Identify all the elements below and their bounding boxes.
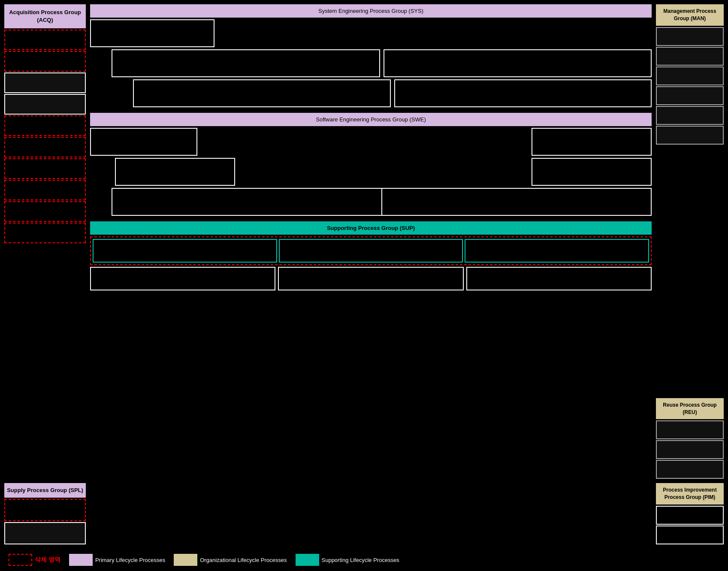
pim-header: Process Improvement Process Group (PIM): [656, 483, 724, 505]
acq-box-1: [4, 30, 86, 50]
sys-box-1: [90, 19, 214, 47]
man-box-1: [656, 27, 724, 46]
acq-box-3: [4, 73, 86, 93]
reu-box-2: [656, 440, 724, 459]
sys-box-2: [112, 49, 380, 77]
acq-box-9: [4, 201, 86, 222]
legend-primary-label: Primary Lifecycle Processes: [95, 557, 165, 563]
legend-supporting: Supporting Lifecycle Processes: [296, 554, 399, 566]
swe-box-6: [382, 188, 652, 216]
acq-header: Acquisition Process Group (ACQ): [4, 4, 86, 28]
reu-box-3: [656, 460, 724, 479]
legend-deleted-label: 삭제 영역: [35, 556, 60, 564]
man-box-4: [656, 86, 724, 105]
legend: 삭제 영역 Primary Lifecycle Processes Organi…: [0, 549, 728, 571]
left-column: Acquisition Process Group (ACQ) Supply P…: [4, 4, 86, 545]
sys-box-3: [384, 49, 652, 77]
acq-box-5: [4, 115, 86, 136]
spl-box-1: [4, 499, 86, 521]
legend-supporting-label: Supporting Lifecycle Processes: [322, 557, 399, 563]
legend-deleted: 삭제 영역: [9, 554, 60, 566]
acq-box-2: [4, 51, 86, 72]
swe-box-4: [532, 158, 652, 186]
sys-box-5: [394, 79, 652, 107]
middle-column: System Engineering Process Group (SYS): [88, 4, 654, 545]
legend-tan-box: [174, 554, 197, 566]
sup-teal-box-1: [93, 239, 277, 263]
reu-header: Reuse Process Group (REU): [656, 398, 724, 420]
sys-group: System Engineering Process Group (SYS): [90, 4, 652, 109]
legend-dashed-box: [9, 554, 32, 566]
acq-box-7: [4, 158, 86, 179]
spl-box-2: [4, 522, 86, 544]
reu-box-1: [656, 420, 724, 439]
pim-box-1: [656, 506, 724, 525]
sup-teal-box-2: [279, 239, 463, 263]
man-box-6: [656, 126, 724, 145]
swe-box-3: [115, 158, 235, 186]
acq-box-4: [4, 94, 86, 115]
right-column: Management Process Group (MAN) Reuse Pro…: [656, 4, 724, 545]
sup-white-box-1: [90, 267, 275, 290]
swe-header: Software Engineering Process Group (SWE): [90, 113, 652, 126]
spl-header: Supply Process Group (SPL): [4, 483, 86, 498]
man-header: Management Process Group (MAN): [656, 4, 724, 26]
acq-box-8: [4, 180, 86, 200]
pim-box-2: [656, 526, 724, 544]
acq-box-6: [4, 137, 86, 157]
man-box-2: [656, 47, 724, 66]
swe-box-1: [90, 128, 197, 156]
sup-white-box-2: [278, 267, 463, 290]
sup-white-box-3: [466, 267, 652, 290]
man-box-3: [656, 66, 724, 85]
legend-organizational: Organizational Lifecycle Processes: [174, 554, 287, 566]
legend-primary: Primary Lifecycle Processes: [69, 554, 165, 566]
acq-box-10: [4, 223, 86, 243]
swe-box-5: [112, 188, 382, 216]
sup-group: Supporting Process Group (SUP): [90, 221, 652, 292]
sup-solid-row: [90, 267, 652, 290]
sys-box-4: [133, 79, 391, 107]
sup-dashed-row: [90, 236, 652, 265]
legend-lavender-box: [69, 554, 93, 566]
man-box-5: [656, 106, 724, 125]
sys-header: System Engineering Process Group (SYS): [90, 4, 652, 18]
legend-organizational-label: Organizational Lifecycle Processes: [200, 557, 287, 563]
sup-teal-box-3: [465, 239, 649, 263]
sup-header: Supporting Process Group (SUP): [90, 221, 652, 235]
legend-teal-box: [296, 554, 319, 566]
swe-box-2: [532, 128, 652, 156]
swe-group: Software Engineering Process Group (SWE): [90, 113, 652, 218]
